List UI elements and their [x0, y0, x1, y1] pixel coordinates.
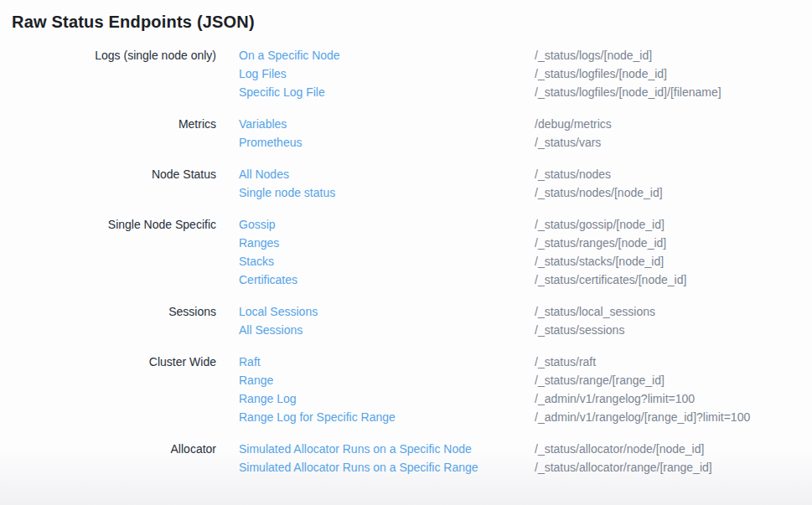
endpoint-row: Ranges /_status/ranges/[node_id] — [239, 234, 812, 252]
endpoint-row: Stacks /_status/stacks/[node_id] — [239, 252, 812, 271]
endpoint-row: All Nodes /_status/nodes — [239, 165, 812, 183]
endpoint-path: /debug/metrics — [535, 115, 612, 133]
endpoint-row: All Sessions /_status/sessions — [239, 321, 812, 339]
section-rows: Gossip /_status/gossip/[node_id] Ranges … — [239, 215, 812, 289]
endpoint-link[interactable]: Variables — [239, 115, 535, 133]
endpoint-link[interactable]: Log Files — [239, 64, 535, 83]
raw-status-endpoints-page: Raw Status Endpoints (JSON) Logs (single… — [0, 11, 812, 477]
endpoint-row: On a Specific Node /_status/logs/[node_i… — [239, 46, 812, 64]
endpoint-path: /_status/allocator/range/[range_id] — [535, 458, 712, 477]
endpoint-link[interactable]: Specific Log File — [239, 83, 535, 101]
endpoint-section: Cluster Wide Raft /_status/raft Range /_… — [0, 353, 812, 426]
section-category-label: Single Node Specific — [0, 215, 216, 289]
endpoint-link[interactable]: All Nodes — [239, 165, 535, 183]
endpoint-path: /_admin/v1/rangelog/[range_id]?limit=100 — [535, 408, 750, 426]
section-category-label: Allocator — [0, 440, 216, 477]
endpoint-link[interactable]: Local Sessions — [239, 302, 535, 321]
endpoint-path: /_status/vars — [535, 133, 601, 152]
endpoint-row: Single node status /_status/nodes/[node_… — [239, 183, 812, 202]
endpoint-link[interactable]: Simulated Allocator Runs on a Specific N… — [239, 440, 535, 458]
endpoint-row: Range Log for Specific Range /_admin/v1/… — [239, 408, 812, 426]
endpoint-path: /_status/nodes — [535, 165, 611, 183]
section-category-label: Logs (single node only) — [0, 46, 216, 101]
endpoint-row: Certificates /_status/certificates/[node… — [239, 271, 812, 289]
endpoint-section: Logs (single node only) On a Specific No… — [0, 46, 812, 101]
section-category-label: Node Status — [0, 165, 216, 202]
section-category-label: Metrics — [0, 115, 216, 152]
endpoint-link[interactable]: Stacks — [239, 252, 535, 271]
endpoint-sections: Logs (single node only) On a Specific No… — [0, 46, 812, 477]
endpoint-path: /_status/ranges/[node_id] — [535, 234, 666, 252]
section-category-label: Cluster Wide — [0, 353, 216, 426]
endpoint-row: Log Files /_status/logfiles/[node_id] — [239, 64, 812, 83]
endpoint-path: /_status/sessions — [535, 321, 624, 339]
endpoint-path: /_status/local_sessions — [535, 302, 655, 321]
endpoint-path: /_status/logfiles/[node_id] — [535, 64, 667, 83]
endpoint-row: Variables /debug/metrics — [239, 115, 812, 133]
endpoint-path: /_status/raft — [535, 353, 596, 371]
section-rows: Local Sessions /_status/local_sessions A… — [239, 302, 812, 339]
section-rows: Raft /_status/raft Range /_status/range/… — [239, 353, 812, 426]
endpoint-link[interactable]: Gossip — [239, 215, 535, 234]
endpoint-row: Specific Log File /_status/logfiles/[nod… — [239, 83, 812, 101]
endpoint-path: /_status/stacks/[node_id] — [535, 252, 664, 271]
endpoint-section: Metrics Variables /debug/metrics Prometh… — [0, 115, 812, 152]
endpoint-path: /_status/range/[range_id] — [535, 371, 665, 389]
endpoint-path: /_status/certificates/[node_id] — [535, 271, 686, 289]
endpoint-path: /_status/nodes/[node_id] — [535, 183, 663, 202]
endpoint-section: Single Node Specific Gossip /_status/gos… — [0, 215, 812, 289]
endpoint-row: Gossip /_status/gossip/[node_id] — [239, 215, 812, 234]
endpoint-link[interactable]: Prometheus — [239, 133, 535, 152]
endpoint-link[interactable]: All Sessions — [239, 321, 535, 339]
endpoint-link[interactable]: Single node status — [239, 183, 535, 202]
endpoint-link[interactable]: Simulated Allocator Runs on a Specific R… — [239, 458, 535, 477]
endpoint-row: Simulated Allocator Runs on a Specific R… — [239, 458, 812, 477]
section-rows: Variables /debug/metrics Prometheus /_st… — [239, 115, 812, 152]
section-category-label: Sessions — [0, 302, 216, 339]
endpoint-section: Sessions Local Sessions /_status/local_s… — [0, 302, 812, 339]
endpoint-row: Prometheus /_status/vars — [239, 133, 812, 152]
endpoint-path: /_status/logs/[node_id] — [535, 46, 652, 64]
endpoint-link[interactable]: Raft — [239, 353, 535, 371]
endpoint-section: Node Status All Nodes /_status/nodes Sin… — [0, 165, 812, 202]
endpoint-link[interactable]: Range — [239, 371, 535, 389]
endpoint-link[interactable]: Certificates — [239, 271, 535, 289]
page-title: Raw Status Endpoints (JSON) — [12, 11, 812, 33]
endpoint-row: Raft /_status/raft — [239, 353, 812, 371]
endpoint-path: /_admin/v1/rangelog?limit=100 — [535, 389, 695, 408]
section-rows: On a Specific Node /_status/logs/[node_i… — [239, 46, 812, 101]
endpoint-link[interactable]: Range Log — [239, 389, 535, 408]
endpoint-path: /_status/logfiles/[node_id]/[filename] — [535, 83, 721, 101]
endpoint-row: Simulated Allocator Runs on a Specific N… — [239, 440, 812, 458]
endpoint-path: /_status/allocator/node/[node_id] — [535, 440, 704, 458]
endpoint-path: /_status/gossip/[node_id] — [535, 215, 665, 234]
endpoint-section: Allocator Simulated Allocator Runs on a … — [0, 440, 812, 477]
section-rows: All Nodes /_status/nodes Single node sta… — [239, 165, 812, 202]
endpoint-row: Range Log /_admin/v1/rangelog?limit=100 — [239, 389, 812, 408]
endpoint-row: Local Sessions /_status/local_sessions — [239, 302, 812, 321]
endpoint-link[interactable]: Ranges — [239, 234, 535, 252]
endpoint-row: Range /_status/range/[range_id] — [239, 371, 812, 389]
section-rows: Simulated Allocator Runs on a Specific N… — [239, 440, 812, 477]
endpoint-link[interactable]: Range Log for Specific Range — [239, 408, 535, 426]
endpoint-link[interactable]: On a Specific Node — [239, 46, 535, 64]
